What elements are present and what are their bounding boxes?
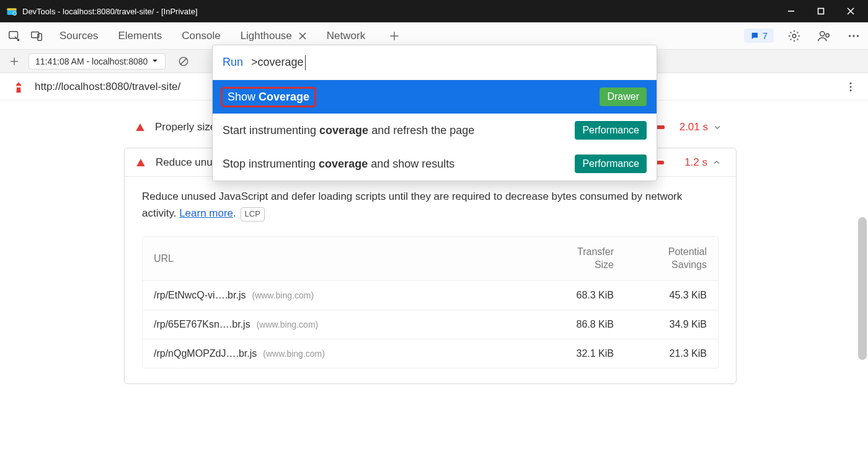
- window-minimize-button[interactable]: [776, 0, 806, 22]
- th-potential-savings: Potential Savings: [614, 246, 707, 272]
- audit-description: Reduce unused JavaScript and defer loadi…: [125, 177, 736, 225]
- lcp-badge: LCP: [241, 207, 265, 222]
- svg-point-16: [826, 34, 830, 37]
- command-query: >coverage: [251, 55, 306, 70]
- device-toolbar-icon[interactable]: [27, 27, 46, 45]
- account-icon[interactable]: [815, 27, 833, 45]
- table-row[interactable]: /rp/65E767Ksn….br.js(www.bing.com) 86.8 …: [143, 310, 718, 339]
- th-transfer-l1: Transfer: [527, 246, 614, 259]
- svg-point-15: [820, 31, 825, 35]
- chevron-up-icon: [707, 157, 726, 168]
- svg-point-2: [13, 12, 17, 16]
- command-option-start-coverage[interactable]: Start instrumenting coverage and refresh…: [213, 114, 657, 147]
- th-url: URL: [154, 253, 527, 264]
- cell-path: /rp/nQgMOPZdJ….br.js: [154, 348, 257, 359]
- command-option-stop-coverage[interactable]: Stop instrumenting coverage and show res…: [213, 147, 657, 181]
- command-option-show-coverage[interactable]: Show Coverage Drawer: [213, 80, 657, 114]
- tab-sources[interactable]: Sources: [58, 30, 99, 42]
- new-report-icon[interactable]: [6, 53, 22, 69]
- lighthouse-icon: [11, 79, 26, 94]
- window-titlebar: DevTools - localhost:8080/travel-site/ -…: [0, 0, 868, 22]
- th-transfer-size: Transfer Size: [527, 246, 614, 272]
- close-icon[interactable]: [298, 32, 307, 40]
- cell-host: (www.bing.com): [263, 349, 325, 359]
- opt-pre: Stop instrumenting: [223, 158, 319, 170]
- command-palette: Run >coverage Show Coverage Drawer Start…: [212, 45, 657, 181]
- th-savings-l1: Potential: [614, 246, 707, 259]
- audit-time: 1.2 s: [673, 156, 707, 169]
- warning-triangle-icon: [135, 158, 147, 168]
- svg-rect-7: [9, 31, 18, 38]
- cell-size: 68.3 KiB: [527, 290, 614, 301]
- badge-performance: Performance: [575, 155, 647, 173]
- vertical-scrollbar[interactable]: [858, 217, 867, 360]
- opt-bold: coverage: [319, 158, 368, 170]
- more-menu-icon[interactable]: [844, 27, 863, 45]
- cell-path: /rp/EtNwcQ-vi….br.js: [154, 290, 246, 301]
- svg-point-17: [849, 35, 851, 37]
- warning-triangle-icon: [134, 122, 146, 132]
- opt-bold: Coverage: [259, 91, 309, 103]
- issues-count: 7: [763, 30, 768, 41]
- window-maximize-button[interactable]: [806, 0, 836, 22]
- badge-performance: Performance: [575, 121, 647, 140]
- add-tab-icon[interactable]: [385, 27, 404, 45]
- cell-host: (www.bing.com): [252, 290, 314, 300]
- svg-point-14: [792, 34, 796, 38]
- run-prefix: Run: [223, 56, 243, 69]
- tab-lighthouse-label: Lighthouse: [241, 30, 292, 42]
- cell-savings: 34.9 KiB: [614, 319, 707, 330]
- svg-point-26: [850, 86, 852, 87]
- option-highlight-box: Show Coverage: [223, 89, 314, 105]
- badge-drawer: Drawer: [600, 87, 647, 106]
- window-close-button[interactable]: [836, 0, 866, 22]
- tab-console[interactable]: Console: [180, 30, 221, 42]
- command-input[interactable]: Run >coverage: [213, 45, 657, 80]
- svg-point-27: [850, 89, 852, 91]
- period: .: [233, 207, 239, 219]
- svg-point-18: [852, 35, 854, 37]
- audit-table: URL Transfer Size Potential Savings /rp/…: [142, 236, 719, 369]
- chevron-down-icon: [708, 122, 727, 133]
- th-transfer-l2: Size: [527, 259, 614, 272]
- cell-size: 32.1 KiB: [527, 348, 614, 359]
- chevron-down-icon: [151, 56, 159, 66]
- settings-gear-icon[interactable]: [785, 27, 804, 45]
- clear-icon[interactable]: [175, 53, 192, 69]
- tab-elements[interactable]: Elements: [117, 30, 163, 42]
- opt-pre: Show: [228, 91, 259, 103]
- svg-rect-4: [818, 9, 824, 14]
- svg-point-25: [850, 82, 852, 84]
- table-row[interactable]: /rp/EtNwcQ-vi….br.js(www.bing.com) 68.3 …: [143, 280, 718, 310]
- tab-lighthouse[interactable]: Lighthouse: [239, 30, 308, 42]
- panel-tabs: Sources Elements Console Lighthouse Netw…: [58, 30, 366, 42]
- cell-savings: 21.3 KiB: [614, 348, 707, 359]
- svg-rect-1: [7, 9, 17, 11]
- window-title: DevTools - localhost:8080/travel-site/ -…: [22, 7, 198, 16]
- table-row[interactable]: /rp/nQgMOPZdJ….br.js(www.bing.com) 32.1 …: [143, 339, 718, 368]
- devtools-app-icon: [5, 4, 19, 18]
- cell-host: (www.bing.com): [257, 320, 319, 329]
- svg-point-19: [857, 35, 859, 37]
- command-query-text: >coverage: [251, 56, 304, 69]
- learn-more-link[interactable]: Learn more: [179, 207, 233, 219]
- cell-savings: 45.3 KiB: [614, 290, 707, 301]
- inspect-element-icon[interactable]: [5, 27, 24, 45]
- tab-network[interactable]: Network: [326, 30, 366, 42]
- cell-size: 86.8 KiB: [527, 319, 614, 330]
- svg-line-23: [180, 58, 187, 65]
- opt-bold: coverage: [319, 124, 368, 137]
- cell-path: /rp/65E767Ksn….br.js: [154, 319, 250, 330]
- report-selector-label: 11:41:08 AM - localhost:8080: [35, 56, 148, 66]
- issues-counter[interactable]: 7: [744, 29, 774, 43]
- svg-rect-24: [17, 86, 20, 87]
- opt-post: and show results: [368, 158, 454, 170]
- audit-card-reduce-unused: Reduce unu 1.2 s Reduce unused JavaScrip…: [124, 148, 737, 384]
- opt-post: and refresh the page: [368, 124, 474, 137]
- th-savings-l2: Savings: [614, 259, 707, 272]
- text-caret: [305, 55, 306, 70]
- table-header-row: URL Transfer Size Potential Savings: [143, 237, 718, 280]
- report-more-icon[interactable]: [842, 78, 859, 96]
- report-selector[interactable]: 11:41:08 AM - localhost:8080: [29, 53, 166, 69]
- audit-time: 2.01 s: [673, 121, 708, 133]
